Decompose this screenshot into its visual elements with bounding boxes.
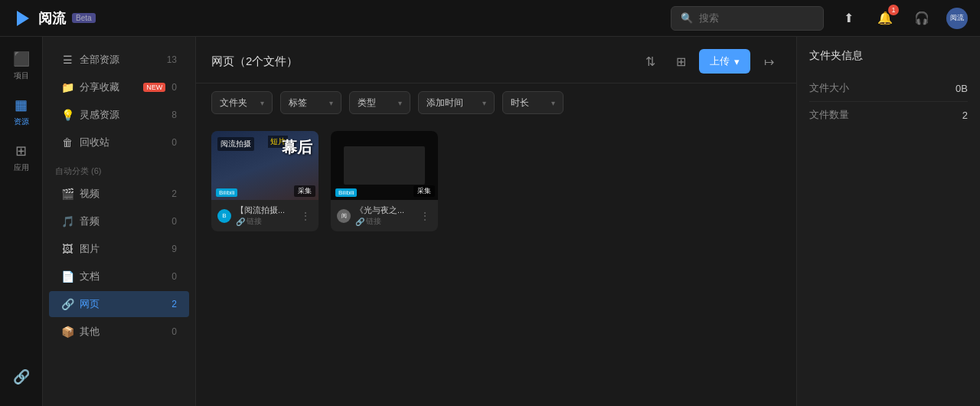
right-panel: 文件夹信息 文件大小 0B 文件数量 2	[796, 37, 980, 406]
app-icon: ⊞	[15, 142, 27, 159]
nav-label-app: 应用	[14, 162, 29, 173]
share-icon: 📁	[61, 81, 74, 93]
link-icon: 🔗	[13, 368, 30, 385]
sidebar-label-doc: 文档	[80, 270, 165, 283]
file-card-2[interactable]: Bilibili 采集 阅 《光与夜之... 🔗 链接 ⋮	[331, 131, 438, 231]
bilibili-badge-2: Bilibili	[335, 188, 357, 197]
grid-view-btn[interactable]: ⊞	[668, 49, 693, 74]
beta-badge: Beta	[72, 13, 96, 23]
doc-icon: 📄	[61, 270, 74, 283]
sidebar-item-share[interactable]: 📁 分享收藏 NEW 0	[49, 74, 189, 100]
filters-bar: 文件夹 ▾ 标签 ▾ 类型 ▾ 添加时间 ▾ 时长 ▾	[196, 83, 796, 122]
sidebar-count-image: 9	[172, 244, 177, 254]
search-icon: 🔍	[681, 12, 693, 24]
project-icon: ⬛	[13, 51, 30, 67]
panel-title: 文件夹信息	[809, 49, 968, 63]
file-info-1: B 【阅流拍摄... 🔗 链接 ⋮	[211, 200, 318, 231]
source-letter-1: B	[222, 212, 226, 219]
sidebar-item-inspire[interactable]: 💡 灵感资源 8	[49, 102, 189, 128]
inspire-icon: 💡	[61, 109, 74, 121]
file-meta-2: 《光与夜之... 🔗 链接	[355, 205, 413, 227]
headphone-btn[interactable]: 🎧	[910, 6, 934, 31]
file-link-2: 🔗 链接	[355, 216, 413, 227]
sidebar-label-trash: 回收站	[80, 136, 165, 149]
search-input[interactable]	[699, 12, 814, 24]
link-icon-1: 🔗	[236, 218, 245, 226]
file-more-btn-2[interactable]: ⋮	[418, 208, 432, 224]
sidebar-count-inspire: 8	[172, 110, 177, 120]
filter-type[interactable]: 类型 ▾	[349, 91, 410, 114]
avatar-label: 阅流	[950, 13, 964, 23]
sidebar-item-doc[interactable]: 📄 文档 0	[49, 264, 189, 290]
all-resources-icon: ☰	[61, 54, 74, 66]
upload-arrow-icon: ⬆	[844, 11, 854, 25]
upload-label: 上传	[710, 54, 730, 68]
nav-item-app[interactable]: ⊞ 应用	[5, 138, 38, 178]
addtime-chevron-icon: ▾	[482, 99, 486, 107]
nav-label-resource: 资源	[14, 116, 29, 127]
filter-tag[interactable]: 标签 ▾	[280, 91, 341, 114]
panel-value-size: 0B	[956, 83, 968, 94]
panel-key-size: 文件大小	[809, 81, 849, 95]
topbar: 阅流 Beta 🔍 ⬆ 🔔 1 🎧 阅流	[0, 0, 980, 37]
video-icon: 🎬	[61, 188, 74, 200]
sidebar-item-all[interactable]: ☰ 全部资源 13	[49, 47, 189, 73]
file-more-btn-1[interactable]: ⋮	[299, 208, 312, 224]
source-icon-2: 阅	[337, 209, 351, 223]
sidebar-count-trash: 0	[172, 137, 177, 148]
nav-item-resource[interactable]: ▦ 资源	[5, 92, 38, 132]
app-name: 阅流	[38, 9, 66, 28]
file-grid: 阅流拍摄 Bilibili 采集 B 【阅流拍摄... 🔗 链接	[196, 122, 796, 406]
search-box[interactable]: 🔍	[671, 6, 824, 31]
webpage-icon: 🔗	[61, 298, 74, 310]
sidebar-item-other[interactable]: 📦 其他 0	[49, 319, 189, 345]
left-nav: ⬛ 项目 ▦ 资源 ⊞ 应用 🔗	[0, 37, 43, 406]
sidebar-label-webpage: 网页	[80, 297, 165, 311]
file-name-2: 《光与夜之...	[355, 205, 413, 216]
main-layout: ⬛ 项目 ▦ 资源 ⊞ 应用 🔗 ☰ 全部资源 13 📁 分享收藏 NEW 0 …	[0, 37, 980, 406]
upload-icon-btn[interactable]: ⬆	[836, 6, 861, 31]
file-info-2: 阅 《光与夜之... 🔗 链接 ⋮	[331, 200, 438, 231]
link-label-2: 链接	[366, 216, 381, 227]
sidebar-label-audio: 音频	[80, 214, 165, 228]
auto-section-label: 自动分类 (6)	[43, 156, 195, 180]
source-letter-2: 阅	[341, 212, 347, 220]
filter-duration-label: 时长	[511, 97, 529, 110]
filter-addtime[interactable]: 添加时间 ▾	[418, 91, 495, 114]
sidebar-label-share: 分享收藏	[80, 80, 137, 94]
header-actions: ⇅ ⊞ 上传 ▾ ↦	[638, 49, 781, 74]
sidebar-item-audio[interactable]: 🎵 音频 0	[49, 208, 189, 234]
sidebar-item-trash[interactable]: 🗑 回收站 0	[49, 129, 189, 156]
notification-btn[interactable]: 🔔 1	[873, 6, 897, 31]
filter-duration[interactable]: 时长 ▾	[502, 91, 564, 114]
resource-icon: ▦	[15, 97, 28, 113]
topbar-actions: ⬆ 🔔 1 🎧 阅流	[836, 6, 968, 31]
filter-folder[interactable]: 文件夹 ▾	[211, 91, 273, 114]
source-icon-1: B	[217, 209, 231, 223]
content-header: 网页（2个文件） ⇅ ⊞ 上传 ▾ ↦	[196, 37, 796, 83]
thumb-bilibili-label: 阅流拍摄	[217, 137, 254, 151]
file-meta-1: 【阅流拍摄... 🔗 链接	[236, 205, 294, 227]
upload-button[interactable]: 上传 ▾	[699, 49, 750, 74]
expand-btn[interactable]: ↦	[756, 49, 781, 74]
headphone-icon: 🎧	[914, 11, 929, 25]
logo-area: 阅流 Beta	[12, 8, 96, 29]
nav-item-project[interactable]: ⬛ 项目	[5, 46, 38, 86]
expand-icon: ↦	[764, 54, 774, 69]
tag-chevron-icon: ▾	[329, 99, 333, 107]
panel-row-size: 文件大小 0B	[809, 75, 968, 102]
avatar[interactable]: 阅流	[946, 8, 968, 29]
sort-btn[interactable]: ⇅	[638, 49, 662, 74]
content-title: 网页（2个文件）	[211, 54, 629, 69]
logo-icon	[12, 8, 34, 29]
upload-chevron-icon: ▾	[734, 56, 740, 67]
sidebar-item-video[interactable]: 🎬 视频 2	[49, 181, 189, 207]
sidebar-item-webpage[interactable]: 🔗 网页 2	[49, 291, 189, 317]
filter-type-label: 类型	[358, 97, 376, 110]
file-name-1: 【阅流拍摄...	[236, 205, 294, 216]
sidebar-item-image[interactable]: 🖼 图片 9	[49, 236, 189, 262]
file-card-1[interactable]: 阅流拍摄 Bilibili 采集 B 【阅流拍摄... 🔗 链接	[211, 131, 318, 231]
panel-key-count: 文件数量	[809, 108, 849, 122]
nav-item-link[interactable]: 🔗	[5, 357, 38, 397]
filter-addtime-label: 添加时间	[426, 97, 463, 110]
